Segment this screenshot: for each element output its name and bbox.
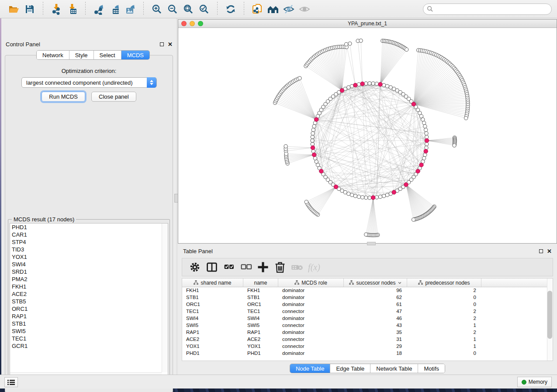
table-cell[interactable]: connector — [278, 343, 344, 350]
first-neighbors-icon[interactable] — [265, 2, 281, 16]
export-table-icon[interactable] — [107, 2, 122, 16]
float-table-panel-button[interactable] — [539, 249, 543, 253]
table-cell[interactable]: 0 — [407, 294, 481, 301]
table-cell[interactable]: SWI4 — [243, 315, 278, 322]
table-cell[interactable]: FKH1 — [243, 287, 278, 294]
tab-style[interactable]: Style — [69, 51, 93, 59]
table-row[interactable]: RAP1RAP1dominator352 — [182, 329, 553, 336]
delete-row-icon[interactable] — [273, 261, 287, 274]
table-cell[interactable]: 2 — [407, 315, 481, 322]
status-menu-button[interactable] — [4, 377, 18, 387]
export-image-icon[interactable] — [122, 2, 138, 16]
table-cell[interactable]: SWI4 — [182, 315, 243, 322]
table-cell[interactable]: FKH1 — [182, 287, 243, 294]
table-cell[interactable]: 96 — [344, 287, 407, 294]
result-item[interactable]: SRD1 — [10, 268, 168, 275]
result-item[interactable]: GCR1 — [10, 342, 168, 350]
table-row[interactable]: SWI4SWI4dominator462 — [182, 315, 553, 322]
criterion-dropdown[interactable]: largest connected component (undirected) — [21, 77, 157, 88]
table-cell[interactable]: YOX1 — [243, 343, 278, 350]
table-cell[interactable]: 2 — [407, 329, 481, 336]
table-cell[interactable]: 43 — [344, 322, 407, 329]
zoom-out-icon[interactable] — [165, 2, 180, 16]
table-cell[interactable]: PHD1 — [182, 350, 243, 357]
zoom-selected-icon[interactable] — [196, 2, 212, 16]
table-cell[interactable]: dominator — [278, 350, 344, 357]
table-cell[interactable]: TEC1 — [243, 308, 278, 315]
search-input[interactable] — [423, 3, 552, 15]
network-window-titlebar[interactable]: YPA_prune.txt_1 — [178, 20, 557, 28]
result-list-vscrollbar[interactable] — [162, 224, 168, 372]
result-item[interactable]: RAP1 — [10, 313, 168, 320]
hide-selected-icon[interactable] — [281, 2, 297, 16]
column-header-shared-name[interactable]: shared name — [182, 279, 243, 287]
table-cell[interactable]: dominator — [278, 315, 344, 322]
apply-layout-icon[interactable] — [223, 2, 239, 16]
table-cell[interactable]: dominator — [278, 287, 344, 294]
column-header-name[interactable]: name — [243, 279, 278, 287]
table-cell[interactable]: TEC1 — [182, 308, 243, 315]
deselect-all-icon[interactable] — [239, 261, 253, 274]
table-cell[interactable]: 47 — [344, 308, 407, 315]
result-item[interactable]: FKH1 — [10, 283, 168, 290]
table-cell[interactable]: connector — [278, 308, 344, 315]
table-cell[interactable]: ORC1 — [243, 301, 278, 308]
table-row[interactable]: STB1STB1dominator620 — [182, 294, 553, 301]
table-cell[interactable]: RAP1 — [243, 329, 278, 336]
table-row[interactable]: YOX1YOX1connector291 — [182, 343, 553, 350]
tab-network[interactable]: Network — [37, 51, 69, 59]
result-item[interactable]: TID3 — [10, 246, 168, 253]
table-cell[interactable]: 61 — [344, 301, 407, 308]
result-item[interactable]: PHD1 — [10, 224, 168, 231]
table-row[interactable]: ORC1ORC1dominator610 — [182, 301, 553, 308]
table-cell[interactable]: SWI5 — [182, 322, 243, 329]
result-item[interactable]: CAR1 — [10, 231, 168, 238]
table-cell[interactable]: 1 — [407, 336, 481, 343]
column-header-MCDS-role[interactable]: MCDS role — [278, 279, 344, 287]
tab-node-table[interactable]: Node Table — [290, 364, 330, 373]
close-panel-button[interactable]: Close panel — [91, 92, 136, 102]
table-cell[interactable]: 1 — [407, 343, 481, 350]
zoom-in-icon[interactable] — [149, 2, 165, 16]
table-cell[interactable]: 2 — [407, 287, 481, 294]
result-item[interactable]: STB1 — [10, 320, 168, 327]
table-cell[interactable]: 46 — [344, 315, 407, 322]
column-header-predecessor-nodes[interactable]: predecessor nodes — [407, 279, 481, 287]
tab-motifs[interactable]: Motifs — [418, 364, 445, 373]
network-from-selection-icon[interactable] — [249, 2, 265, 16]
table-cell[interactable]: 18 — [344, 350, 407, 357]
zoom-fit-icon[interactable] — [180, 2, 196, 16]
toggle-panel-icon[interactable] — [205, 261, 218, 274]
result-item[interactable]: TEC1 — [10, 335, 168, 342]
memory-button[interactable]: Memory — [517, 377, 552, 387]
add-row-icon[interactable] — [256, 261, 270, 274]
result-item[interactable]: STB5 — [10, 298, 168, 305]
table-cell[interactable]: dominator — [278, 294, 344, 301]
table-cell[interactable]: connector — [278, 322, 344, 329]
table-cell[interactable]: YOX1 — [182, 343, 243, 350]
export-network-icon[interactable] — [91, 2, 107, 16]
open-session-icon[interactable] — [6, 2, 22, 16]
tab-network-table[interactable]: Network Table — [370, 364, 418, 373]
table-row[interactable]: TEC1TEC1connector472 — [182, 308, 553, 315]
tab-select[interactable]: Select — [93, 51, 121, 59]
table-cell[interactable]: SWI5 — [243, 322, 278, 329]
horizontal-splitter-handle[interactable] — [367, 242, 376, 245]
close-panel-icon[interactable]: ✕ — [168, 42, 173, 46]
table-cell[interactable]: dominator — [278, 301, 344, 308]
import-network-icon[interactable] — [48, 2, 64, 16]
table-cell[interactable]: 1 — [407, 322, 481, 329]
result-item[interactable]: ORC1 — [10, 305, 168, 313]
table-cell[interactable]: RAP1 — [182, 329, 243, 336]
table-cell[interactable]: 0 — [407, 301, 481, 308]
result-item[interactable]: STP4 — [10, 238, 168, 246]
table-cell[interactable]: ACE2 — [182, 336, 243, 343]
settings-gear-icon[interactable] — [188, 261, 201, 274]
table-cell[interactable]: STB1 — [243, 294, 278, 301]
close-table-panel-icon[interactable]: ✕ — [547, 249, 552, 253]
select-all-icon[interactable] — [222, 261, 235, 274]
table-cell[interactable]: 62 — [344, 294, 407, 301]
table-cell[interactable]: 31 — [344, 336, 407, 343]
table-cell[interactable]: dominator — [278, 329, 344, 336]
result-item[interactable]: YOX1 — [10, 253, 168, 261]
